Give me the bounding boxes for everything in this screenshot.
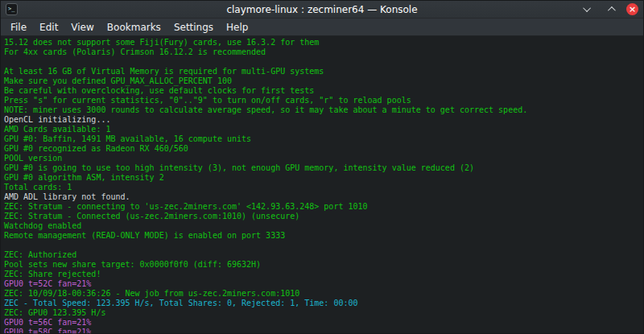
menu-view[interactable]: View <box>64 19 100 35</box>
menu-help[interactable]: Help <box>220 19 254 35</box>
terminal-line <box>4 57 642 67</box>
terminal-line: GPU #0: Baffin, 1491 MB available, 16 co… <box>4 134 642 144</box>
menu-file[interactable]: File <box>4 19 33 35</box>
terminal-prompt-glyph: >_ <box>6 6 14 12</box>
terminal-line <box>4 241 642 250</box>
minimize-icon <box>583 4 591 12</box>
terminal-output[interactable]: 15.12 does not support some Fiji(Fury) c… <box>1 36 643 333</box>
titlebar[interactable]: >_ claymore-linux : zecminer64 — Konsole… <box>1 1 643 19</box>
terminal-line: GPU0 t=58C fan=21% <box>4 328 642 333</box>
terminal-line: GPU #0 is going to use too high intensit… <box>4 163 642 173</box>
maximize-icon <box>607 6 615 14</box>
terminal-line: GPU #0 recognized as Radeon RX 460/560 <box>4 144 642 154</box>
terminal-line: ZEC - Total Speed: 123.395 H/s, Total Sh… <box>4 299 642 308</box>
terminal-line: Make sure you defined GPU_MAX_ALLOC_PERC… <box>4 76 642 86</box>
menu-settings[interactable]: Settings <box>167 19 220 35</box>
terminal-line: ZEC: Stratum - connecting to 'us-zec.2mi… <box>4 202 642 212</box>
close-icon: × <box>629 5 636 14</box>
terminal-line: NOTE: miner uses 3000 rounds to calculat… <box>4 105 642 115</box>
close-button[interactable]: × <box>626 3 638 15</box>
terminal-line: ZEC: Authorized <box>4 250 642 260</box>
window-title: claymore-linux : zecminer64 — Konsole <box>1 1 643 18</box>
terminal-line: AMD Cards available: 1 <box>4 125 642 134</box>
konsole-app-icon: >_ <box>6 3 18 15</box>
terminal-line: Total cards: 1 <box>4 183 642 192</box>
terminal-line: At least 16 GB of Virtual Memory is requ… <box>4 67 642 76</box>
menu-edit[interactable]: Edit <box>33 19 64 35</box>
window-controls: × <box>581 3 638 16</box>
terminal-line: AMD ADL library not found. <box>4 192 642 202</box>
terminal-line: For 4xx cards (Polaris) Crimson 16.12.2 … <box>4 47 642 57</box>
menubar: File Edit View Bookmarks Settings Help <box>1 19 643 36</box>
terminal-line: POOL version <box>4 154 642 163</box>
terminal-line: 15.12 does not support some Fiji(Fury) c… <box>4 38 642 47</box>
terminal-line: GPU0 t=52C fan=21% <box>4 279 642 289</box>
terminal-line: Pool sets new share target: 0x0000f0f0 (… <box>4 260 642 270</box>
terminal-line: Be careful with overclocking, use defaul… <box>4 86 642 96</box>
terminal-line: ZEC: Stratum - Connected (us-zec.2miners… <box>4 212 642 221</box>
minimize-button[interactable] <box>581 3 594 16</box>
terminal-line: Press "s" for current statistics, "0".."… <box>4 96 642 105</box>
terminal-line: OpenCL initializing... <box>4 115 642 125</box>
menu-bookmarks[interactable]: Bookmarks <box>101 19 167 35</box>
terminal-line: Watchdog enabled <box>4 221 642 231</box>
terminal-line: Remote management (READ-ONLY MODE) is en… <box>4 231 642 241</box>
terminal-line: ZEC: 10/09/18-00:36:26 - New job from us… <box>4 289 642 299</box>
terminal-line: GPU0 t=56C fan=21% <box>4 318 642 328</box>
terminal-line: GPU #0 algorithm ASM, intensity 2 <box>4 173 642 183</box>
maximize-button[interactable] <box>604 3 617 16</box>
terminal-line: ZEC: GPU0 123.395 H/s <box>4 308 642 318</box>
terminal-line: ZEC: Share rejected! <box>4 270 642 279</box>
konsole-window: >_ claymore-linux : zecminer64 — Konsole… <box>0 0 644 334</box>
